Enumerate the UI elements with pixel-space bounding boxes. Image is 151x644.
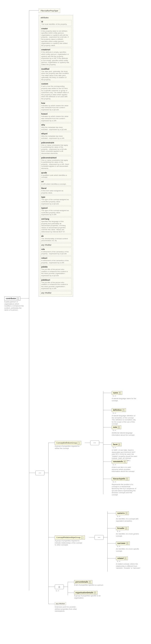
attr-typeuri: typeuriThe type of the concept assigned …	[40, 206, 72, 216]
connector	[48, 443, 48, 604]
attr-modified: modifiedThe date (and, optionally, the t…	[40, 67, 72, 82]
element-desc: In NAR 1.8 and later, facet is deprecate…	[112, 449, 138, 462]
attr-literal: literalA free-text value assigned as pro…	[40, 186, 72, 194]
sequence-icon[interactable]	[36, 470, 44, 475]
element-desc: A natural language name for the concept.	[112, 398, 138, 402]
attr-dir: dirThe directionality of textual content…	[40, 234, 72, 242]
attr-roleuri: roleuriA refinement of the semantics of …	[40, 256, 72, 264]
occurrence: 0..∞	[117, 560, 120, 562]
group-desc: A group of properties required to define…	[55, 445, 83, 449]
any-other-attr: any ##other	[40, 291, 72, 294]
element-hierarchyInfo[interactable]: hierarchyInfo+	[112, 477, 129, 481]
element-personDetails[interactable]: personDetails+	[74, 580, 92, 584]
connector	[108, 528, 116, 528]
element-desc: A link to an item or a web resource whic…	[112, 466, 138, 472]
root-label: contributor	[6, 298, 16, 300]
attr-how: howIndicates by which means the value wa…	[40, 102, 72, 112]
attr-jobtitle: jobtitleThe job title of the person who …	[40, 265, 72, 277]
concept-relationships-group[interactable]: ConceptRelationshipsGroup−	[55, 536, 85, 540]
element-desc: A related concept, where the relationshi…	[116, 563, 142, 569]
occurrence: 0..∞	[117, 530, 120, 532]
element-desc: A group of properties specific to an org…	[74, 595, 104, 599]
collapse-icon[interactable]: −	[81, 536, 83, 539]
attr-why: whyWhy the metadata has been included - …	[40, 123, 72, 131]
element-remoteInfo[interactable]: remoteInfo+	[112, 460, 127, 464]
occurrence: 0..∞	[117, 515, 120, 517]
element-organisationDetails[interactable]: organisationDetails+	[74, 591, 98, 594]
any-other-desc: Extension point for provider-defined pro…	[55, 606, 80, 612]
any-other-attr: any ##other	[40, 243, 72, 247]
element-desc: An identifier of a more specific concept…	[116, 548, 142, 552]
attr-group-label: attributes	[40, 16, 72, 19]
element-name[interactable]: name+	[112, 391, 122, 395]
connector	[29, 10, 29, 298]
attr-role: roleA refinement of the semantics of the…	[40, 248, 72, 256]
attr-id: idThe local identifier of the property.	[40, 20, 72, 26]
attr-type: typeThe type of the concept assigned as …	[40, 195, 72, 206]
occurrence: 0..∞	[113, 464, 116, 466]
root-desc: A party (person or organisation) which m…	[4, 301, 26, 311]
occurrence: 0..∞	[113, 395, 116, 397]
attr-qcode: qcodeA qualified code which identifies a…	[40, 171, 72, 179]
occurrence: 0..∞	[113, 429, 116, 431]
attr-creatoruri: creatoruriIf the attribute is empty, spe…	[40, 48, 72, 66]
connector	[103, 410, 112, 410]
group-desc: A group of properties required to indica…	[55, 540, 83, 546]
occurrence: 0..∞	[56, 590, 59, 592]
connector	[89, 537, 94, 538]
connector	[103, 479, 112, 479]
element-definition[interactable]: definition+	[112, 408, 126, 412]
attr-whyuri: whyuriWhy the metadata has been included…	[40, 132, 72, 140]
connector	[103, 462, 112, 462]
connector	[44, 473, 48, 473]
connector	[29, 298, 29, 590]
collapse-icon[interactable]: −	[17, 298, 19, 300]
occurrence: 0..∞	[113, 412, 116, 414]
connector	[103, 393, 112, 393]
connector	[29, 473, 36, 473]
connector	[103, 537, 108, 538]
element-related[interactable]: related+	[116, 556, 128, 560]
occurrence: 0..∞	[117, 545, 120, 547]
element-desc: Represents the position of a concept in …	[112, 484, 138, 496]
any-other-element: any ##other	[55, 602, 66, 605]
connector	[48, 604, 55, 604]
element-desc: Additional natural language information …	[112, 432, 138, 436]
sequence-icon[interactable]	[90, 440, 99, 445]
connector	[48, 537, 55, 538]
connector	[20, 298, 29, 298]
connector	[29, 10, 39, 10]
occurrence: 0..∞	[113, 446, 116, 448]
element-broader[interactable]: broader+	[116, 526, 129, 530]
occurrence: 0..∞	[113, 481, 116, 483]
type-box[interactable]: FlexAuthorPropType	[39, 8, 60, 13]
element-note[interactable]: note+	[112, 426, 121, 429]
attributes-group: attributes idThe local identifier of the…	[39, 15, 73, 296]
attr-custom: customIf set to true the corresponding p…	[40, 82, 72, 100]
attr-jobtitleuri: jobtitleuriThe job title of the person w…	[40, 278, 72, 290]
attr-uri: uriA URI which identifies a concept.	[40, 180, 72, 186]
element-desc: An identifier of a concept with equivale…	[116, 518, 142, 522]
connector	[108, 543, 116, 544]
connector	[108, 558, 116, 558]
attr-howuri: howuriIndicates by which means the value…	[40, 112, 72, 122]
connector	[103, 427, 112, 428]
element-facet[interactable]: facet+	[112, 443, 122, 446]
element-desc: A natural language definition of the sem…	[112, 415, 138, 425]
element-desc: An identifier of a more generic concept.	[116, 533, 142, 537]
attr-pubconstrainturi: pubconstrainturiOne or many constraints …	[40, 156, 72, 170]
attr-xml:lang: xml:langSpecifies the language of this p…	[40, 217, 72, 234]
concept-definition-group[interactable]: ConceptDefinitionGroup−	[55, 441, 81, 445]
element-sameAs[interactable]: sameAs+	[116, 512, 129, 515]
element-desc: A set of properties specific to a person	[74, 584, 104, 586]
root-element[interactable]: contributor−	[4, 296, 20, 300]
element-narrower[interactable]: narrower+	[116, 542, 130, 545]
sequence-icon[interactable]	[94, 535, 104, 540]
collapse-icon[interactable]: −	[78, 442, 80, 444]
attr-creator: creatorIf the property value is not defi…	[40, 27, 72, 47]
choice-icon[interactable]	[55, 584, 64, 589]
attr-pubconstraint: pubconstraintOne or many constraints tha…	[40, 141, 72, 155]
